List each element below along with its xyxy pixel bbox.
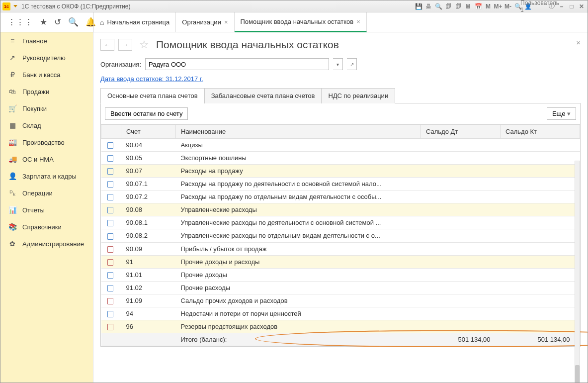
account-icon	[107, 155, 113, 162]
maximize-icon[interactable]: □	[568, 2, 576, 10]
compare-icon[interactable]: 🗐	[444, 2, 452, 10]
sidebar-item-5[interactable]: ▦Склад	[0, 117, 93, 134]
sidebar-icon: ₽	[8, 71, 16, 79]
table-row[interactable]: 90.08.2Управленческие расходы по отдельн…	[101, 229, 580, 242]
apps-icon[interactable]: ⋮⋮⋮	[7, 17, 33, 27]
cell-debit	[421, 216, 501, 229]
subtab-vat[interactable]: НДС по реализации	[321, 88, 395, 103]
table-row[interactable]: 90.05Экспортные пошлины	[101, 152, 580, 165]
page-close-icon[interactable]: ×	[576, 38, 581, 47]
nav-fwd-button[interactable]: →	[118, 39, 132, 51]
titlebar-tools: 💾 🖶 🔍 🗐 🗐 🖩 📅 M M+ M- 🔍 👤 Пользователь 1…	[415, 2, 586, 10]
close-window-icon[interactable]: ✕	[578, 2, 586, 10]
calendar-icon[interactable]: 📅	[474, 2, 482, 10]
m-minus-icon[interactable]: M-	[504, 2, 512, 10]
sidebar-item-8[interactable]: 👤Зарплата и кадры	[0, 168, 93, 185]
org-open-icon[interactable]: ↗	[347, 58, 357, 70]
col-debit[interactable]: Сальдо Дт	[421, 125, 501, 139]
print-icon[interactable]: 🖶	[424, 2, 432, 10]
sidebar-item-7[interactable]: 🚚ОС и НМА	[0, 151, 93, 168]
tab-home[interactable]: ⌂Начальная страница	[93, 12, 176, 32]
subtab-main-accounts[interactable]: Основные счета плана счетов	[100, 88, 205, 103]
sidebar-icon: ↗	[8, 54, 16, 62]
tab-helper[interactable]: Помощник ввода начальных остатков×	[235, 12, 367, 32]
calc-icon[interactable]: 🖩	[464, 2, 472, 10]
table-row[interactable]: 91.01Прочие доходы	[101, 268, 580, 281]
sidebar-item-0[interactable]: ≡Главное	[0, 32, 93, 49]
scrollbar-thumb[interactable]	[575, 365, 580, 383]
sidebar-item-12[interactable]: ✿Администрирование	[0, 235, 93, 252]
copy-icon[interactable]: 🗐	[454, 2, 462, 10]
account-icon	[107, 142, 113, 149]
account-icon	[107, 194, 113, 200]
date-link[interactable]: Дата ввода остатков: 31.12.2017 г.	[100, 75, 203, 83]
cell-name: Управленческие расходы по отдельным вида…	[176, 229, 421, 242]
page-title: Помощник ввода начальных остатков	[156, 39, 339, 51]
total-credit: 501 134,00	[501, 333, 580, 346]
user-label[interactable]: Пользователь 1	[536, 2, 544, 10]
org-dropdown-icon[interactable]: ▾	[333, 58, 343, 70]
close-icon[interactable]: ×	[356, 18, 360, 25]
sidebar-item-10[interactable]: 📊Отчеты	[0, 201, 93, 218]
scrollbar[interactable]	[575, 161, 580, 383]
star-icon[interactable]: ★	[40, 17, 47, 27]
dropdown-icon[interactable]	[13, 5, 17, 7]
cell-account: 90.08.2	[121, 229, 176, 242]
table-row[interactable]: 91.02Прочие расходы	[101, 281, 580, 294]
cell-credit	[501, 307, 580, 320]
preview-icon[interactable]: 🔍	[434, 2, 442, 10]
cell-credit	[501, 255, 580, 268]
sidebar-item-4[interactable]: 🛒Покупки	[0, 100, 93, 117]
cell-account: 90.07.1	[121, 178, 176, 191]
more-button[interactable]: Еще	[547, 107, 576, 120]
search-icon[interactable]: 🔍	[68, 17, 79, 27]
m-plus-icon[interactable]: M+	[494, 2, 502, 10]
save-icon[interactable]: 💾	[415, 2, 422, 10]
table-row[interactable]: 91.09Сальдо прочих доходов и расходов	[101, 294, 580, 307]
org-input[interactable]	[145, 58, 329, 70]
history-icon[interactable]: ↺	[54, 17, 61, 27]
table-row[interactable]: 90.08Управленческие расходы	[101, 203, 580, 216]
cell-credit	[501, 281, 580, 294]
col-account[interactable]: Счет	[121, 125, 176, 139]
subtab-offbalance[interactable]: Забалансовые счета плана счетов	[204, 88, 322, 103]
table-row[interactable]: 90.04Акцизы	[101, 139, 580, 152]
tab-organizations[interactable]: Организации×	[176, 12, 234, 32]
table-row[interactable]: 90.09Прибыль / убыток от продаж	[101, 242, 580, 255]
col-name[interactable]: Наименование	[176, 125, 421, 139]
favorite-icon[interactable]: ☆	[139, 38, 149, 51]
enter-balance-button[interactable]: Ввести остатки по счету	[105, 107, 188, 120]
m-icon[interactable]: M	[484, 2, 492, 10]
cell-account: 90.08.1	[121, 216, 176, 229]
close-icon[interactable]: ×	[224, 18, 228, 26]
nav-back-button[interactable]: ←	[100, 39, 114, 51]
sidebar-item-3[interactable]: 🛍Продажи	[0, 83, 93, 100]
table-row[interactable]: 91Прочие доходы и расходы	[101, 255, 580, 268]
window-title: 1С тестовая с ОКОФ (1С:Предприятие)	[21, 3, 415, 10]
table-row[interactable]: 90.07Расходы на продажу	[101, 165, 580, 178]
sidebar-item-1[interactable]: ↗Руководителю	[0, 49, 93, 66]
cell-credit	[501, 216, 580, 229]
col-credit[interactable]: Сальдо Кт	[501, 125, 580, 139]
sidebar-item-label: Отчеты	[22, 206, 45, 214]
sidebar-icon: ✿	[8, 240, 16, 248]
account-icon	[107, 285, 113, 291]
sidebar-item-11[interactable]: 📚Справочники	[0, 218, 93, 235]
sidebar-item-6[interactable]: 🏭Производство	[0, 134, 93, 151]
table-row[interactable]: 90.07.1Расходы на продажу по деятельност…	[101, 178, 580, 191]
table-row[interactable]: 90.07.2Расходы на продажу по отдельным в…	[101, 191, 580, 203]
cell-debit	[421, 178, 501, 191]
cell-account: 94	[121, 307, 176, 320]
sidebar-icon: ᴰₖ	[8, 189, 16, 197]
account-icon	[107, 220, 113, 226]
info-icon[interactable]: ⓘ	[548, 2, 556, 10]
table-row[interactable]: 96Резервы предстоящих расходов	[101, 320, 580, 333]
account-icon	[107, 324, 113, 330]
content-area: × ← → ☆ Помощник ввода начальных остатко…	[93, 32, 588, 383]
sidebar-icon: 🚚	[8, 155, 16, 163]
minimize-icon[interactable]: –	[558, 2, 566, 10]
sidebar-item-2[interactable]: ₽Банк и касса	[0, 66, 93, 83]
sidebar-item-9[interactable]: ᴰₖОперации	[0, 185, 93, 201]
table-row[interactable]: 94Недостачи и потери от порчи ценностей	[101, 307, 580, 320]
table-row[interactable]: 90.08.1Управленческие расходы по деятель…	[101, 216, 580, 229]
